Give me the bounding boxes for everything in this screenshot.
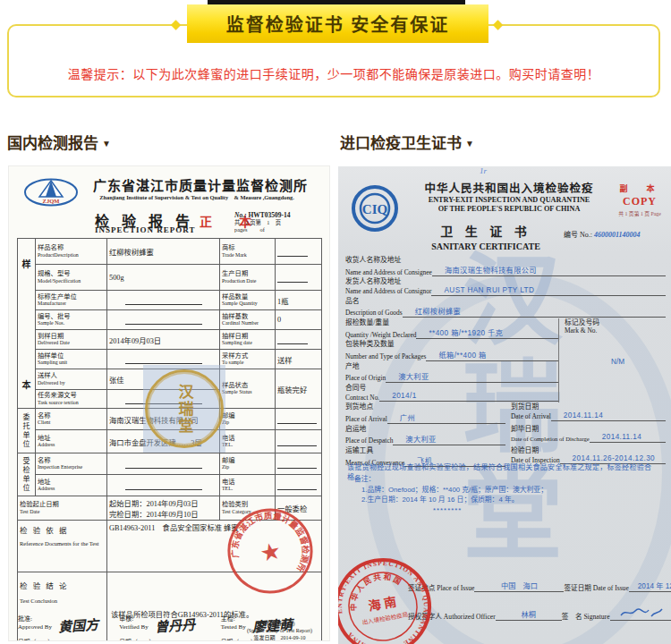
field-arrival-place: 到货地点 Place of Arrival广州 [345,402,505,423]
sig-date-value: 2014-09-10 [266,639,294,640]
field-label-en: Client [38,419,105,426]
sig-role-en: Tested By [221,623,246,631]
remark-line: 2.生产日期：2014 年 10 月 16 日；保质期：4 年。 [361,495,658,505]
certificate-body: 1r CIQ 中华人民共和国出入境检验检疫 ENTRY-EXIT INSPECT… [338,166,671,644]
signature-verified: 审核:Verified By 曾丹丹 日期（Date）2014-09-10 [119,615,220,640]
field-value: 瓶装完好 [276,369,322,409]
sig-role-en: Approved By [18,623,52,631]
field-label-cn: 抽样日期 [222,333,273,341]
field-despatch: 启运地 Place of Despatch澳大利亚 [345,425,505,445]
field-label-en: Production Date [222,278,273,284]
field-label-en: Address [38,486,105,492]
sig-date-value: 2014-09-10 [164,639,192,640]
certificate-number: 编号 No.: 4600001140004 [564,229,641,239]
arrival-row: 到货地点 Place of Arrival广州 到货日期 Date of Arr… [345,402,666,424]
field-origin: 产地 Place of Origin澳大利亚 [345,362,558,383]
field-label-en: Date of Completion of Discharge [511,436,590,444]
inspection-stamp-icon: 广东省湛江市质量计量监督检测所 ★ [217,498,324,605]
field-label-en: Contract No. [345,394,379,402]
field-label-cn: 编号、批号 [38,313,105,321]
field-label-en: Description of Goods [345,309,403,318]
signature-name: 廖建萌 [251,614,293,635]
field-value: 2014.11.14 [590,433,666,443]
field-label-en: Place of Despatch [345,436,393,445]
stamp-center-text: 海 南 [368,594,398,613]
field-label-en: Delivered by [38,380,105,386]
field-value: **400 箱/**1920 千克 [416,326,558,339]
report-no-label: No.: [234,211,247,219]
field-label-cn: 送样人 [38,372,105,380]
table-row: 地址Address 电话TEL. [18,475,322,496]
officer-row: 授权签字人 Authorized Officer 林桐 签 名 Signatur… [408,606,671,621]
despatch-row: 启运地 Place of Despatch澳大利亚 卸毕日期 Date of C… [345,425,666,446]
issue-row: 签证地点 Place of Issue 中国 海口 签证日期 Date of I… [408,580,671,592]
field-label-cn: 到货日期 [511,402,666,411]
blank-line [277,336,308,344]
sanitary-certificate: 汉瑞堂 1r CIQ 中华人民共和国出入境检验检疫 ENTRY-EXIT INS… [338,166,671,644]
field-label-en: Name and Address of Consignee [345,268,432,277]
signature-scribble-icon [619,606,664,619]
authority-name-en2: OF THE PEOPLE'S REPUBLIC OF CHINA [403,205,616,214]
field-label-cn: 合同号 [345,384,558,392]
field-label-cn: 商标 [222,244,273,252]
field-label-cn: 任务来源文号 [38,392,105,400]
report-no-value: HWT03509-14 [248,211,290,219]
certificate-title-block: 卫 生 证 书 SANITARY CERTIFICATE [401,222,571,251]
field-label-en: Sample Quantity [222,301,273,307]
diamond-icon: ◆ [493,17,504,30]
authority-name-en1: ENTRY-EXIT INSPECTION AND QUARANTINE [403,196,616,205]
field-label-cn: 规格、型号 [38,270,105,278]
report-number-block: No.: HWT03509-14 共 2 页第 1 页 pages of [234,211,326,233]
ciq-logo-label: CIQ [362,202,388,216]
table-row: 受检单位 名称Inspection Enterprise 邮编Zip [18,453,322,475]
authority-name-block: 中华人民共和国出入境检验检疫 ENTRY-EXIT INSPECTION AND… [403,179,616,215]
field-label-en: Name and Address of Consignor [345,287,431,296]
field-label-en: Number and Type of Packages [345,352,426,361]
field-label-en: Quantity /Weight Declared [345,331,416,340]
field-value: 0 [276,310,322,330]
blank-line [125,482,202,490]
field-consignor: 发货人名称及地址 Name and Address of ConsignorAU… [345,277,666,295]
field-discharge: 卸毕日期 Date of Completion of Discharge2014… [505,425,666,445]
issue-place-value: 中国 海口 [474,580,564,592]
field-label-cn: 样品名称 [38,244,105,252]
field-value: 澳大利亚 [386,370,558,383]
chevron-down-icon: ▼ [465,139,474,148]
sample-side-label: 样 本 [18,239,36,409]
signature-label: 签 名 Signature [562,611,610,621]
field-label-cn: 标记及号码 [565,318,666,326]
field-label-cn: 检 验 依 据 [20,526,105,535]
sig-date-label: 日期（Date） [18,639,54,640]
certificate-no-value: 4600001140004 [594,231,641,239]
field-value: 纸箱/**400 箱 [426,349,558,361]
stamp-sub-text: 出入境检验检疫局 [361,610,409,626]
blank-line [277,438,317,446]
sig-date-label: 日期（Date） [221,639,257,640]
certificate-title-cn: 卫 生 证 书 [401,222,571,240]
field-arrival-date: 到货日期 Date of Arrival2014.11.14 [505,402,666,423]
field-contract: 合同号 Contract No.2014/1 [345,384,558,402]
banner: 监督检验证书 安全有保证 [187,4,488,43]
table-row: 规格、型号Model/Specification 500g 生产日期Produc… [18,265,322,291]
page: 温馨提示：以下为此次蜂蜜的进口手续证明，少一项都不能确保是原装进口。购买时请查明… [0,0,671,644]
section-title-domestic-report[interactable]: 国内检测报告▼ [7,131,111,153]
field-label-cn: 地址 [38,435,105,443]
field-label-en: Place of Arrival [345,415,387,424]
field-label-cn: 检验起止日期 [20,501,105,509]
remark-end-stars: ******** [433,505,658,516]
table-row: 样 本 样品名称ProductDescription 红柳桉树蜂蜜 商标Trad… [18,239,322,265]
field-label-en: Mark & No. [565,326,666,335]
section-title-label: 国内检测报告 [7,135,98,152]
field-value: 完检日期：2014年09月10日 [109,508,217,519]
field-quantity: 报检数量/重量 Quantity /Weight Declared**400 箱… [345,318,558,339]
table-row: 标称生产单位Manufacturer 样品数量Sample Quantity 1… [18,291,322,310]
blank-line [277,416,317,424]
institute-name-en: Zhanjiang Institute of Supervision & Tes… [68,193,326,201]
field-value: 2014年09月03日 [107,330,220,350]
report-pages-en: pages of [234,226,326,233]
field-goods: 品名 Description of Goods红柳桉树蜂蜜 [345,297,666,318]
signature-tested: 主检:Tested By 廖建萌 日期（Date）2014-09-10 [221,615,322,640]
field-label-en: Task source textion [38,400,105,406]
section-title-import-certificate[interactable]: 进口检疫卫生证书▼ [340,131,474,153]
field-label-en: Test Conclusion [20,597,105,604]
